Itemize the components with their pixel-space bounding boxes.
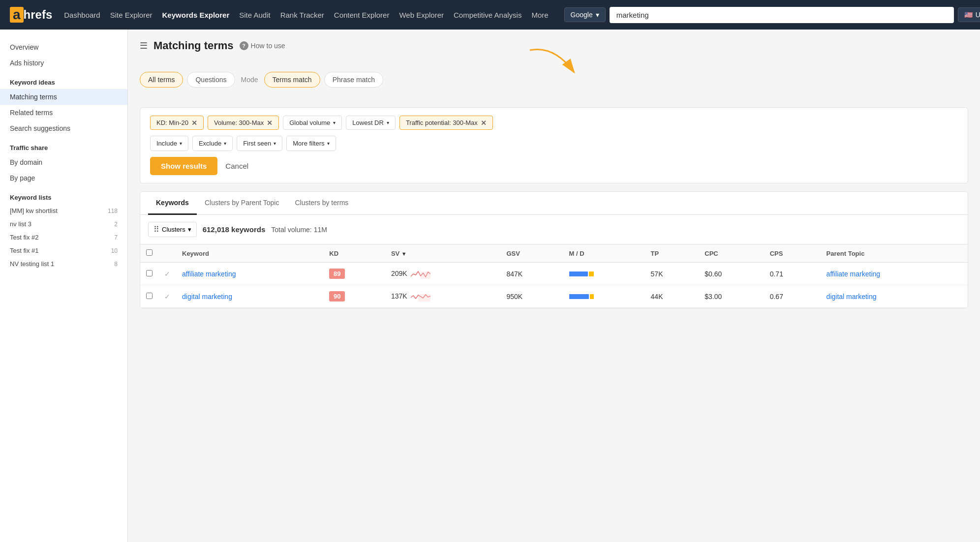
list-count: 7 — [114, 234, 118, 241]
more-filters[interactable]: More filters ▾ — [286, 136, 336, 151]
tab-all-terms[interactable]: All terms — [140, 72, 183, 88]
svg-rect-2 — [418, 294, 430, 301]
action-row: Show results Cancel — [150, 157, 958, 175]
filter-row-2: Include ▾ Exclude ▾ First seen ▾ More fi… — [150, 136, 958, 151]
row-cpc: $3.00 — [699, 285, 764, 308]
keyword-link[interactable]: digital marketing — [182, 293, 232, 301]
row-tp: 44K — [645, 285, 699, 308]
table-row: ✓ affiliate marketing 89 209K — [140, 263, 968, 285]
search-input[interactable] — [610, 7, 954, 23]
sidebar-list-nv-testing-1[interactable]: NV testing list 1 8 — [0, 257, 127, 271]
sidebar-item-search-suggestions[interactable]: Search suggestions — [0, 120, 127, 136]
table-row: ✓ digital marketing 90 137K — [140, 285, 968, 308]
help-icon: ? — [240, 41, 248, 50]
th-tp: TP — [645, 244, 699, 263]
sidebar-section-traffic-share: Traffic share — [0, 136, 127, 154]
global-volume-filter[interactable]: Global volume ▾ — [283, 116, 342, 130]
first-seen-label: First seen — [243, 140, 271, 147]
th-kd: KD — [323, 244, 385, 263]
kd-badge: 90 — [329, 291, 345, 301]
clusters-button[interactable]: ⠿ Clusters ▾ — [148, 222, 197, 237]
lowest-dr-label: Lowest DR — [352, 119, 384, 126]
tab-questions[interactable]: Questions — [187, 72, 235, 88]
kd-filter-remove[interactable]: ✕ — [191, 120, 197, 126]
select-all-checkbox[interactable] — [146, 249, 153, 256]
nav-site-audit[interactable]: Site Audit — [239, 11, 270, 19]
nav-more[interactable]: More — [531, 11, 548, 19]
row-md — [563, 263, 645, 285]
row-cpc: $0.60 — [699, 263, 764, 285]
sidebar-item-matching-terms[interactable]: Matching terms — [0, 89, 127, 105]
tab-terms-match[interactable]: Terms match — [264, 72, 320, 88]
exclude-filter[interactable]: Exclude ▾ — [192, 136, 233, 151]
th-parent-topic: Parent Topic — [821, 244, 968, 263]
nav-rank-tracker[interactable]: Rank Tracker — [280, 11, 324, 19]
th-sv[interactable]: SV ▼ — [385, 244, 501, 263]
nav-site-explorer[interactable]: Site Explorer — [110, 11, 153, 19]
results-tab-clusters-terms[interactable]: Clusters by terms — [287, 192, 356, 215]
traffic-potential-remove[interactable]: ✕ — [481, 120, 487, 126]
sidebar-list-test-fix-2[interactable]: Test fix #2 7 — [0, 231, 127, 244]
row-sv: 137K — [385, 285, 501, 308]
logo-hrefs: hrefs — [24, 9, 53, 21]
row-keyword: affiliate marketing — [176, 263, 323, 285]
select-all-header — [140, 244, 158, 263]
country-selector[interactable]: 🇺🇸 United States ▾ — [958, 7, 980, 22]
parent-topic-link[interactable]: affiliate marketing — [827, 270, 880, 278]
th-md: M / D — [563, 244, 645, 263]
volume-filter-label: Volume: 300-Max — [214, 119, 264, 126]
hamburger-icon[interactable]: ☰ — [140, 40, 148, 51]
volume-filter-remove[interactable]: ✕ — [267, 120, 273, 126]
row-checkbox-cell — [140, 263, 158, 285]
keywords-count: 612,018 keywords — [203, 225, 266, 234]
sidebar-list-test-fix-1[interactable]: Test fix #1 10 — [0, 244, 127, 257]
global-volume-label: Global volume — [289, 119, 330, 126]
lowest-dr-filter[interactable]: Lowest DR ▾ — [346, 116, 396, 130]
sidebar-list-mm-kw-shortlist[interactable]: [MM] kw shortlist 118 — [0, 204, 127, 217]
sidebar-item-ads-history[interactable]: Ads history — [0, 55, 127, 71]
keyword-link[interactable]: affiliate marketing — [182, 270, 236, 278]
top-navigation: ahrefs Dashboard Site Explorer Keywords … — [0, 0, 980, 30]
tab-phrase-match[interactable]: Phrase match — [324, 72, 383, 88]
sidebar-item-by-domain[interactable]: By domain — [0, 154, 127, 170]
nav-web-explorer[interactable]: Web Explorer — [399, 11, 444, 19]
traffic-potential-label: Traffic potential: 300-Max — [406, 119, 478, 126]
cancel-button[interactable]: Cancel — [225, 162, 248, 170]
page-title: Matching terms — [153, 39, 234, 52]
nav-dashboard[interactable]: Dashboard — [64, 11, 100, 19]
list-count: 118 — [108, 208, 118, 214]
search-engine-selector[interactable]: Google ▾ — [564, 7, 606, 22]
include-filter[interactable]: Include ▾ — [150, 136, 188, 151]
th-empty — [158, 244, 176, 263]
sidebar-item-overview[interactable]: Overview — [0, 39, 127, 55]
chevron-down-icon: ▾ — [596, 11, 599, 19]
th-gsv: GSV — [500, 244, 563, 263]
filter-area: KD: Min-20 ✕ Volume: 300-Max ✕ Global vo… — [140, 107, 968, 183]
sidebar-item-related-terms[interactable]: Related terms — [0, 105, 127, 120]
nav-content-explorer[interactable]: Content Explorer — [334, 11, 390, 19]
sidebar-section-keyword-ideas: Keyword ideas — [0, 71, 127, 89]
results-summary: ⠿ Clusters ▾ 612,018 keywords Total volu… — [140, 215, 968, 244]
svg-rect-1 — [421, 271, 430, 279]
nav-links: Dashboard Site Explorer Keywords Explore… — [64, 11, 548, 19]
sidebar-item-by-page[interactable]: By page — [0, 170, 127, 186]
nav-keywords-explorer[interactable]: Keywords Explorer — [162, 11, 230, 19]
chevron-down-icon: ▾ — [333, 120, 336, 125]
nav-competitive-analysis[interactable]: Competitive Analysis — [454, 11, 521, 19]
parent-topic-link[interactable]: digital marketing — [827, 293, 877, 301]
results-tab-keywords[interactable]: Keywords — [148, 192, 197, 215]
row-checkbox[interactable] — [146, 270, 153, 276]
sidebar-list-nv-list-3[interactable]: nv list 3 2 — [0, 217, 127, 231]
how-to-use-link[interactable]: ? How to use — [240, 41, 285, 50]
row-gsv: 950K — [500, 285, 563, 308]
show-results-button[interactable]: Show results — [150, 157, 217, 175]
row-checkbox[interactable] — [146, 293, 153, 299]
results-tab-clusters-parent[interactable]: Clusters by Parent Topic — [197, 192, 287, 215]
first-seen-filter[interactable]: First seen ▾ — [237, 136, 282, 151]
keywords-table: Keyword KD SV ▼ GSV M / D TP CPC CPS Par… — [140, 244, 968, 308]
logo[interactable]: ahrefs — [10, 7, 52, 23]
list-label: Test fix #2 — [10, 234, 39, 241]
list-count: 8 — [114, 261, 118, 268]
row-sv: 209K — [385, 263, 501, 285]
sort-icon: ▼ — [401, 251, 407, 257]
